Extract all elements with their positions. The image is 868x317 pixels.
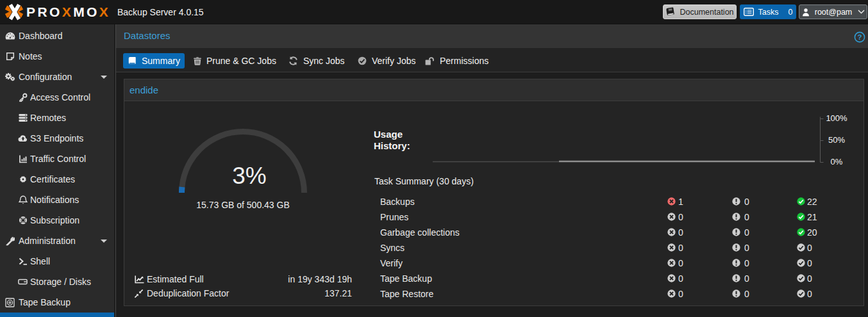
svg-text:?: ? (857, 33, 862, 41)
